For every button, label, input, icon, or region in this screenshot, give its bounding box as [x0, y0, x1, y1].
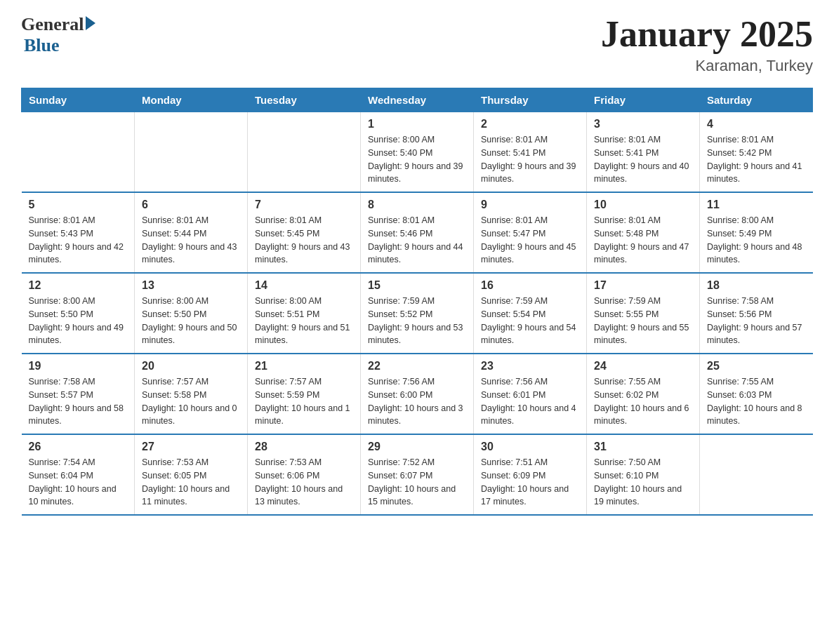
weekday-header-thursday: Thursday: [474, 88, 587, 112]
day-info: Sunrise: 8:00 AMSunset: 5:51 PMDaylight:…: [255, 295, 353, 347]
calendar-week-row: 26Sunrise: 7:54 AMSunset: 6:04 PMDayligh…: [22, 434, 813, 515]
calendar-day-12: 12Sunrise: 8:00 AMSunset: 5:50 PMDayligh…: [22, 273, 135, 354]
calendar-week-row: 5Sunrise: 8:01 AMSunset: 5:43 PMDaylight…: [22, 192, 813, 273]
day-info: Sunrise: 7:51 AMSunset: 6:09 PMDaylight:…: [481, 456, 579, 509]
calendar-day-21: 21Sunrise: 7:57 AMSunset: 5:59 PMDayligh…: [248, 354, 361, 434]
day-number: 10: [594, 199, 692, 211]
weekday-header-friday: Friday: [587, 88, 700, 112]
day-number: 1: [368, 118, 466, 130]
calendar-day-28: 28Sunrise: 7:53 AMSunset: 6:06 PMDayligh…: [248, 434, 361, 515]
day-info: Sunrise: 8:01 AMSunset: 5:42 PMDaylight:…: [707, 133, 806, 186]
title-section: January 2025 Karaman, Turkey: [601, 14, 813, 75]
day-number: 28: [255, 441, 353, 453]
weekday-header-sunday: Sunday: [22, 88, 135, 112]
calendar-day-29: 29Sunrise: 7:52 AMSunset: 6:07 PMDayligh…: [361, 434, 474, 515]
day-number: 6: [142, 199, 240, 211]
logo-arrow-icon: [86, 16, 95, 30]
day-info: Sunrise: 7:59 AMSunset: 5:54 PMDaylight:…: [481, 295, 579, 347]
day-info: Sunrise: 8:00 AMSunset: 5:50 PMDaylight:…: [29, 295, 128, 347]
calendar-week-row: 12Sunrise: 8:00 AMSunset: 5:50 PMDayligh…: [22, 273, 813, 354]
weekday-header-tuesday: Tuesday: [248, 88, 361, 112]
day-number: 14: [255, 279, 353, 292]
day-info: Sunrise: 7:53 AMSunset: 6:05 PMDaylight:…: [142, 456, 240, 509]
day-number: 22: [368, 360, 466, 373]
day-info: Sunrise: 7:55 AMSunset: 6:03 PMDaylight:…: [707, 375, 806, 428]
day-info: Sunrise: 8:01 AMSunset: 5:47 PMDaylight:…: [481, 214, 579, 267]
day-number: 29: [368, 441, 466, 453]
calendar-week-row: 1Sunrise: 8:00 AMSunset: 5:40 PMDaylight…: [22, 112, 813, 193]
day-number: 12: [29, 279, 128, 292]
calendar-day-25: 25Sunrise: 7:55 AMSunset: 6:03 PMDayligh…: [700, 354, 813, 434]
day-number: 21: [255, 360, 353, 373]
day-info: Sunrise: 8:01 AMSunset: 5:45 PMDaylight:…: [255, 214, 353, 267]
calendar-empty-cell: [22, 112, 135, 193]
day-info: Sunrise: 8:01 AMSunset: 5:41 PMDaylight:…: [481, 133, 579, 186]
calendar-day-2: 2Sunrise: 8:01 AMSunset: 5:41 PMDaylight…: [474, 112, 587, 193]
day-number: 27: [142, 441, 240, 453]
logo-blue-text: Blue: [24, 35, 60, 56]
calendar-day-30: 30Sunrise: 7:51 AMSunset: 6:09 PMDayligh…: [474, 434, 587, 515]
day-info: Sunrise: 7:59 AMSunset: 5:52 PMDaylight:…: [368, 295, 466, 347]
calendar-day-23: 23Sunrise: 7:56 AMSunset: 6:01 PMDayligh…: [474, 354, 587, 434]
day-number: 5: [29, 199, 128, 211]
calendar-empty-cell: [135, 112, 248, 193]
day-info: Sunrise: 7:56 AMSunset: 6:00 PMDaylight:…: [368, 375, 466, 428]
calendar-day-10: 10Sunrise: 8:01 AMSunset: 5:48 PMDayligh…: [587, 192, 700, 273]
day-number: 23: [481, 360, 579, 373]
calendar-day-14: 14Sunrise: 8:00 AMSunset: 5:51 PMDayligh…: [248, 273, 361, 354]
day-info: Sunrise: 8:01 AMSunset: 5:48 PMDaylight:…: [594, 214, 692, 267]
day-number: 18: [707, 279, 806, 292]
day-info: Sunrise: 7:55 AMSunset: 6:02 PMDaylight:…: [594, 375, 692, 428]
day-info: Sunrise: 7:58 AMSunset: 5:57 PMDaylight:…: [29, 375, 128, 428]
day-info: Sunrise: 8:00 AMSunset: 5:40 PMDaylight:…: [368, 133, 466, 186]
calendar-day-18: 18Sunrise: 7:58 AMSunset: 5:56 PMDayligh…: [700, 273, 813, 354]
day-number: 13: [142, 279, 240, 292]
day-number: 19: [29, 360, 128, 373]
day-info: Sunrise: 7:52 AMSunset: 6:07 PMDaylight:…: [368, 456, 466, 509]
day-info: Sunrise: 8:01 AMSunset: 5:41 PMDaylight:…: [594, 133, 692, 186]
weekday-header-wednesday: Wednesday: [361, 88, 474, 112]
day-number: 3: [594, 118, 692, 130]
calendar-day-9: 9Sunrise: 8:01 AMSunset: 5:47 PMDaylight…: [474, 192, 587, 273]
day-number: 25: [707, 360, 806, 373]
calendar-day-24: 24Sunrise: 7:55 AMSunset: 6:02 PMDayligh…: [587, 354, 700, 434]
weekday-header-monday: Monday: [135, 88, 248, 112]
day-number: 4: [707, 118, 806, 130]
calendar-day-22: 22Sunrise: 7:56 AMSunset: 6:00 PMDayligh…: [361, 354, 474, 434]
day-number: 9: [481, 199, 579, 211]
calendar-day-6: 6Sunrise: 8:01 AMSunset: 5:44 PMDaylight…: [135, 192, 248, 273]
page-header: General Blue January 2025 Karaman, Turke…: [21, 14, 813, 75]
day-number: 20: [142, 360, 240, 373]
weekday-header-row: SundayMondayTuesdayWednesdayThursdayFrid…: [22, 88, 813, 112]
calendar-day-16: 16Sunrise: 7:59 AMSunset: 5:54 PMDayligh…: [474, 273, 587, 354]
calendar-day-27: 27Sunrise: 7:53 AMSunset: 6:05 PMDayligh…: [135, 434, 248, 515]
calendar-table: SundayMondayTuesdayWednesdayThursdayFrid…: [21, 88, 813, 516]
day-number: 31: [594, 441, 692, 453]
day-number: 8: [368, 199, 466, 211]
logo-general-text: General: [21, 14, 84, 35]
day-number: 11: [707, 199, 806, 211]
calendar-subtitle: Karaman, Turkey: [601, 57, 813, 75]
day-number: 15: [368, 279, 466, 292]
calendar-day-11: 11Sunrise: 8:00 AMSunset: 5:49 PMDayligh…: [700, 192, 813, 273]
calendar-day-4: 4Sunrise: 8:01 AMSunset: 5:42 PMDaylight…: [700, 112, 813, 193]
day-info: Sunrise: 7:53 AMSunset: 6:06 PMDaylight:…: [255, 456, 353, 509]
calendar-day-15: 15Sunrise: 7:59 AMSunset: 5:52 PMDayligh…: [361, 273, 474, 354]
calendar-week-row: 19Sunrise: 7:58 AMSunset: 5:57 PMDayligh…: [22, 354, 813, 434]
calendar-day-26: 26Sunrise: 7:54 AMSunset: 6:04 PMDayligh…: [22, 434, 135, 515]
day-info: Sunrise: 7:50 AMSunset: 6:10 PMDaylight:…: [594, 456, 692, 509]
day-info: Sunrise: 7:54 AMSunset: 6:04 PMDaylight:…: [29, 456, 128, 509]
calendar-day-8: 8Sunrise: 8:01 AMSunset: 5:46 PMDaylight…: [361, 192, 474, 273]
day-info: Sunrise: 7:58 AMSunset: 5:56 PMDaylight:…: [707, 295, 806, 347]
day-number: 2: [481, 118, 579, 130]
day-info: Sunrise: 7:56 AMSunset: 6:01 PMDaylight:…: [481, 375, 579, 428]
day-info: Sunrise: 7:59 AMSunset: 5:55 PMDaylight:…: [594, 295, 692, 347]
calendar-day-20: 20Sunrise: 7:57 AMSunset: 5:58 PMDayligh…: [135, 354, 248, 434]
calendar-day-17: 17Sunrise: 7:59 AMSunset: 5:55 PMDayligh…: [587, 273, 700, 354]
day-number: 16: [481, 279, 579, 292]
calendar-empty-cell: [700, 434, 813, 515]
calendar-day-3: 3Sunrise: 8:01 AMSunset: 5:41 PMDaylight…: [587, 112, 700, 193]
day-info: Sunrise: 8:00 AMSunset: 5:50 PMDaylight:…: [142, 295, 240, 347]
calendar-day-19: 19Sunrise: 7:58 AMSunset: 5:57 PMDayligh…: [22, 354, 135, 434]
day-number: 17: [594, 279, 692, 292]
